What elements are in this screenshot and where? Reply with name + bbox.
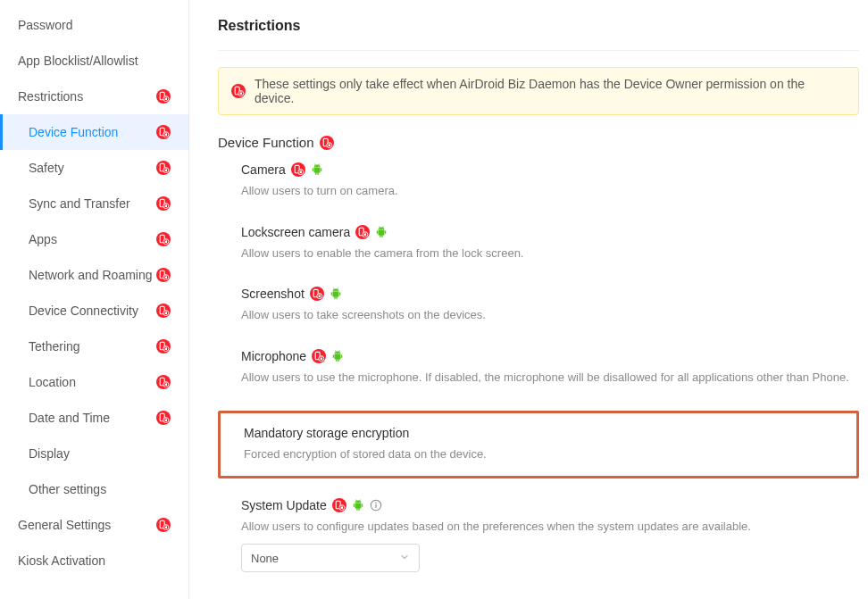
sidebar: PasswordApp Blocklist/AllowlistRestricti… xyxy=(0,0,189,599)
setting-title-label: Lockscreen camera xyxy=(241,225,350,239)
sidebar-item-network-and-roaming[interactable]: Network and Roaming xyxy=(0,257,188,293)
page-title: Restrictions xyxy=(218,18,859,51)
setting-desc: Allow users to use the microphone. If di… xyxy=(241,369,859,387)
sidebar-item-label: Location xyxy=(29,375,156,389)
setting-title-label: Screenshot xyxy=(241,287,305,301)
sidebar-item-safety[interactable]: Safety xyxy=(0,150,188,186)
device-lock-icon xyxy=(156,89,171,104)
sidebar-item-apps[interactable]: Apps xyxy=(0,221,188,257)
setting-camera: Camera Allow users to turn on camera. xyxy=(218,162,859,200)
device-lock-icon xyxy=(310,287,324,301)
android-icon xyxy=(352,499,364,512)
owner-permission-notice: These settings only take effect when Air… xyxy=(218,67,859,115)
device-lock-icon xyxy=(291,162,305,177)
system-update-select[interactable]: None xyxy=(241,544,420,572)
device-lock-icon xyxy=(156,125,171,139)
sidebar-item-label: Kiosk Activation xyxy=(18,553,171,568)
sidebar-item-label: Other settings xyxy=(29,482,171,496)
section-heading-label: Device Function xyxy=(218,135,314,150)
sidebar-item-label: Network and Roaming xyxy=(29,268,156,282)
sidebar-item-date-and-time[interactable]: Date and Time xyxy=(0,400,188,436)
setting-mandatory-storage-encryption: Mandatory storage encryption Forced encr… xyxy=(218,411,859,478)
info-icon[interactable] xyxy=(370,499,382,512)
android-icon xyxy=(311,163,323,176)
sidebar-item-restrictions[interactable]: Restrictions xyxy=(0,79,188,114)
sidebar-item-sync-and-transfer[interactable]: Sync and Transfer xyxy=(0,186,188,221)
sidebar-item-kiosk-activation[interactable]: Kiosk Activation xyxy=(0,543,188,578)
setting-desc: Forced encryption of stored data on the … xyxy=(244,445,839,463)
device-lock-icon xyxy=(156,518,171,532)
device-lock-icon xyxy=(320,136,334,150)
device-lock-icon xyxy=(156,196,171,211)
device-lock-icon xyxy=(156,232,171,246)
sidebar-item-device-connectivity[interactable]: Device Connectivity xyxy=(0,293,188,329)
device-lock-icon xyxy=(231,84,246,98)
setting-title-label: Camera xyxy=(241,162,286,177)
sidebar-item-label: Device Connectivity xyxy=(29,304,156,318)
setting-lockscreen-camera: Lockscreen camera Allow users to enable … xyxy=(218,225,859,262)
setting-desc: Allow users to enable the camera from th… xyxy=(241,245,859,262)
sidebar-item-label: Restrictions xyxy=(18,89,156,104)
device-lock-icon xyxy=(312,349,326,363)
section-heading-device-function: Device Function xyxy=(218,135,859,150)
device-lock-icon xyxy=(332,498,346,512)
setting-system-update: System Update Allow users to configure u… xyxy=(218,498,859,573)
sidebar-item-label: App Blocklist/Allowlist xyxy=(18,54,171,68)
sidebar-item-password[interactable]: Password xyxy=(0,7,188,43)
sidebar-item-app-blocklist-allowlist[interactable]: App Blocklist/Allowlist xyxy=(0,43,188,79)
setting-microphone: Microphone Allow users to use the microp… xyxy=(218,349,859,387)
sidebar-item-device-function[interactable]: Device Function xyxy=(0,114,188,150)
device-lock-icon xyxy=(156,304,171,318)
sidebar-item-other-settings[interactable]: Other settings xyxy=(0,471,188,507)
chevron-down-icon xyxy=(399,552,410,565)
device-lock-icon xyxy=(355,225,370,239)
setting-title-label: Microphone xyxy=(241,349,306,363)
sidebar-item-display[interactable]: Display xyxy=(0,436,188,471)
setting-desc: Allow users to turn on camera. xyxy=(241,182,859,200)
sidebar-item-label: Date and Time xyxy=(29,411,156,425)
setting-title-label: Mandatory storage encryption xyxy=(244,426,409,440)
sidebar-item-label: Password xyxy=(18,18,171,32)
setting-desc: Allow users to configure updates based o… xyxy=(241,518,859,536)
android-icon xyxy=(331,350,344,362)
android-icon xyxy=(330,287,342,300)
sidebar-item-label: Sync and Transfer xyxy=(29,196,156,211)
notice-text: These settings only take effect when Air… xyxy=(255,77,846,105)
device-lock-icon xyxy=(156,161,171,175)
device-lock-icon xyxy=(156,411,171,425)
select-value: None xyxy=(251,552,279,565)
sidebar-item-location[interactable]: Location xyxy=(0,364,188,400)
sidebar-item-tethering[interactable]: Tethering xyxy=(0,329,188,364)
sidebar-item-label: Device Function xyxy=(29,125,156,139)
sidebar-item-label: Display xyxy=(29,446,171,461)
sidebar-item-general-settings[interactable]: General Settings xyxy=(0,507,188,543)
main-content: Restrictions These settings only take ef… xyxy=(189,0,868,599)
sidebar-item-label: Tethering xyxy=(29,339,156,354)
sidebar-item-label: Apps xyxy=(29,232,156,246)
sidebar-item-label: Safety xyxy=(29,161,156,175)
sidebar-item-label: General Settings xyxy=(18,518,156,532)
device-lock-icon xyxy=(156,268,171,282)
device-lock-icon xyxy=(156,375,171,389)
device-lock-icon xyxy=(156,339,171,354)
setting-desc: Allow users to take screenshots on the d… xyxy=(241,306,859,324)
setting-screenshot: Screenshot Allow users to take screensho… xyxy=(218,287,859,324)
android-icon xyxy=(375,226,388,238)
setting-title-label: System Update xyxy=(241,498,327,512)
